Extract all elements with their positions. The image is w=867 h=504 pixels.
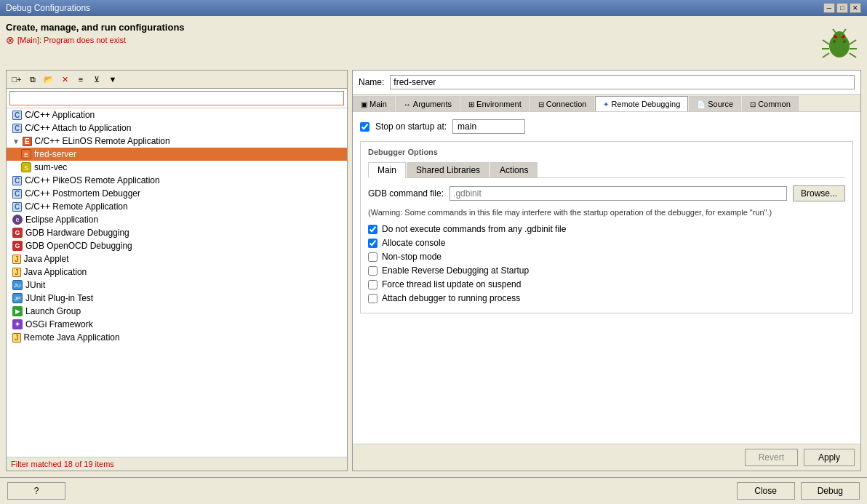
attach-running-checkbox[interactable] [368,294,377,303]
header-left: Create, manage, and run configurations ⊗… [6,22,185,46]
tree-item-osgi[interactable]: ✦ OSGi Framework [7,318,347,331]
browse-button[interactable]: Browse... [793,185,845,201]
close-button[interactable]: ✕ [850,3,861,13]
tree-item-cc-postmortem[interactable]: C C/C++ Postmortem Debugger [7,187,347,200]
force-thread-checkbox[interactable] [368,280,377,289]
footer-bar: ? Close Debug [0,477,867,504]
tree-item-junit-plugin[interactable]: JP JUnit Plug-in Test [7,292,347,305]
close-button[interactable]: Close [737,482,795,500]
tree-item-cc-app[interactable]: C C/C++ Application [7,108,347,121]
filter-button[interactable]: ⊻ [89,72,104,87]
java-applet-icon: J [12,255,21,264]
filter-dropdown-button[interactable]: ▼ [105,72,120,87]
tree-item-java-app[interactable]: J Java Application [7,265,347,279]
sub-tab-main[interactable]: Main [368,162,406,178]
tab-common[interactable]: ⊡ Common [742,96,799,111]
svg-line-4 [823,40,829,44]
tree-item-cc-elinos[interactable]: ▼ E C/C++ ELinOS Remote Application [7,135,347,148]
window-controls: ─ □ ✕ [823,3,861,13]
tree-item-java-applet[interactable]: J Java Applet [7,252,347,265]
stop-on-startup-checkbox[interactable] [360,122,369,132]
duplicate-button[interactable]: ⧉ [25,72,40,87]
remote-java-icon: J [12,333,21,343]
tree-item-label: C/C++ Attach to Application [25,123,131,133]
attach-running-label[interactable]: Attach debugger to running process [382,293,520,303]
tree-item-remote-java[interactable]: J Remote Java Application [7,331,347,344]
java-app-icon: J [12,268,21,277]
tree-item-junit[interactable]: JU JUnit [7,279,347,292]
cc-postmortem-icon: C [12,189,22,199]
tree-toolbar: □+ ⧉ 📂 ✕ ≡ ⊻ ▼ [7,71,347,89]
remote-debug-tab-icon: ✦ [603,100,609,108]
tree-item-cc-pikeos[interactable]: C C/C++ PikeOS Remote Application [7,174,347,187]
collapse-all-button[interactable]: ≡ [73,72,88,87]
main-tab-icon: ▣ [361,100,367,108]
reverse-debug-checkbox[interactable] [368,266,377,276]
tree-item-eclipse-app[interactable]: e Eclipse Application [7,213,347,226]
tree-item-label: C/C++ PikeOS Remote Application [25,175,159,185]
reverse-debug-label[interactable]: Enable Reverse Debugging at Startup [382,265,529,276]
left-panel: □+ ⧉ 📂 ✕ ≡ ⊻ ▼ C C/C++ Application [6,70,348,471]
cc-pikeos-icon: C [12,176,22,185]
delete-button[interactable]: ✕ [57,72,72,87]
tree-item-cc-remote[interactable]: C C/C++ Remote Application [7,200,347,213]
tab-remote-debugging[interactable]: ✦ Remote Debugging [595,96,688,112]
revert-button[interactable]: Revert [745,449,798,466]
gdb-command-row: GDB command file: Browse... [368,185,845,201]
tab-connection[interactable]: ⊟ Connection [530,96,595,111]
tab-environment[interactable]: ⊞ Environment [460,96,530,111]
debugger-options-label: Debugger Options [368,148,845,156]
tree-item-label: Launch Group [25,306,81,316]
error-icon: ⊗ [6,34,15,46]
alloc-console-checkbox[interactable] [368,239,377,248]
non-stop-label[interactable]: Non-stop mode [382,252,442,262]
tree-item-sum-vec[interactable]: S sum-vec [7,161,347,174]
tree-item-fred-server[interactable]: E fred-server [7,148,347,161]
maximize-button[interactable]: □ [836,3,848,13]
sub-tab-shared-libs-label: Shared Libraries [416,165,480,175]
bug-icon [818,22,861,65]
alloc-console-label[interactable]: Allocate console [382,238,445,248]
force-thread-label[interactable]: Force thread list update on suspend [382,279,521,289]
tree-item-label: OSGi Framework [25,319,93,329]
tree-area: C C/C++ Application C C/C++ Attach to Ap… [7,108,347,457]
search-input[interactable] [9,91,344,105]
name-input[interactable] [390,75,855,89]
svg-line-9 [850,53,856,57]
sub-tab-actions[interactable]: Actions [490,162,538,177]
tree-item-gdb-hardware[interactable]: G GDB Hardware Debugging [7,226,347,239]
sub-tab-main-label: Main [377,165,396,175]
new-config-button[interactable]: □+ [9,72,24,87]
tree-item-label: C/C++ Remote Application [25,201,127,212]
non-stop-checkbox[interactable] [368,252,377,262]
tree-item-launch-group[interactable]: ▶ Launch Group [7,305,347,318]
arguments-tab-icon: ↔ [404,100,411,108]
help-button[interactable]: ? [7,482,65,500]
tab-label: Main [369,100,387,108]
checkbox-reverse-debug: Enable Reverse Debugging at Startup [368,265,845,276]
tree-item-label: GDB Hardware Debugging [25,228,129,238]
gdb-hardware-icon: G [12,228,23,238]
tree-item-gdb-openocd[interactable]: G GDB OpenOCD Debugging [7,239,347,252]
debug-button[interactable]: Debug [801,482,860,500]
apply-button[interactable]: Apply [804,449,855,466]
right-panel: Name: ▣ Main ↔ Arguments ⊞ Environment [352,70,861,471]
stop-on-startup-input[interactable] [452,119,525,134]
tab-arguments[interactable]: ↔ Arguments [396,96,460,111]
no-gdbinit-label[interactable]: Do not execute commands from any .gdbini… [382,224,566,234]
svg-line-6 [823,53,829,57]
tab-source[interactable]: 📄 Source [689,96,741,111]
tree-item-label: C/C++ ELinOS Remote Application [35,136,170,146]
sub-tab-shared-libs[interactable]: Shared Libraries [407,162,490,177]
error-text: [Main]: Program does not exist [17,36,126,44]
gdb-command-input[interactable] [450,186,787,201]
bottom-bar: Revert Apply [353,444,860,471]
minimize-button[interactable]: ─ [823,3,835,13]
tree-item-cc-attach[interactable]: C C/C++ Attach to Application [7,121,347,135]
tab-main[interactable]: ▣ Main [353,96,395,111]
stop-on-startup-label[interactable]: Stop on startup at: [375,121,447,132]
no-gdbinit-checkbox[interactable] [368,225,377,234]
checkbox-force-thread: Force thread list update on suspend [368,279,845,289]
open-shared-button[interactable]: 📂 [41,72,56,87]
tree-item-label: JUnit [25,280,45,290]
